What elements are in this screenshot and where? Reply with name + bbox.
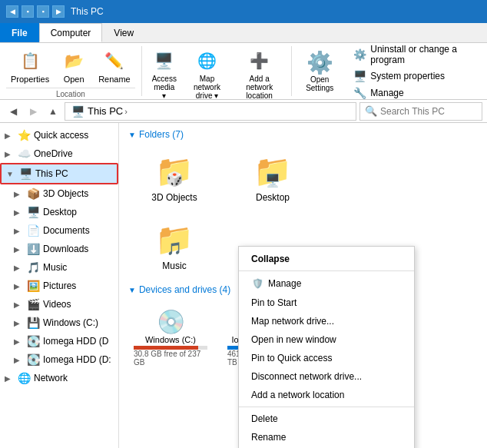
ribbon: 📋 Properties 📂 Open ✏️ Rename Location 🖥… bbox=[0, 43, 487, 100]
onedrive-label: OneDrive bbox=[34, 148, 73, 159]
settings-icon: ⚙️ bbox=[306, 50, 333, 75]
open-settings-button[interactable]: ⚙️ OpenSettings bbox=[298, 47, 341, 95]
folder-3d-objects[interactable]: 📁 🎲 3D Objects bbox=[128, 148, 220, 208]
context-menu-add-network-location[interactable]: Add a network location bbox=[239, 386, 414, 404]
uninstall-icon: ⚙️ bbox=[353, 48, 366, 61]
back-button[interactable]: ◀ bbox=[5, 103, 22, 120]
sidebar-item-onedrive[interactable]: ▶ ☁️ OneDrive bbox=[0, 144, 118, 163]
folder-desktop[interactable]: 📁 🖥️ Desktop bbox=[227, 148, 319, 208]
map-network-drive-button[interactable]: 🌐 Map networkdrive ▾ bbox=[184, 46, 230, 102]
content-area: ▼ Folders (7) 📁 🎲 3D Objects 📁 🖥️ Deskto… bbox=[119, 123, 487, 448]
context-menu-open-new-window[interactable]: Open in new window bbox=[239, 330, 414, 349]
pictures-arrow: ▶ bbox=[14, 282, 22, 290]
folder-3d-objects-label: 3D Objects bbox=[151, 192, 197, 203]
properties-icon: 📋 bbox=[18, 48, 42, 73]
up-button[interactable]: ▲ bbox=[45, 103, 61, 120]
address-path[interactable]: 🖥️ This PC › bbox=[65, 102, 356, 121]
context-menu-rename[interactable]: Rename bbox=[239, 428, 414, 446]
network-label: Network bbox=[34, 373, 68, 383]
quick-access-toolbar[interactable]: ◀ bbox=[6, 5, 18, 18]
desktop-overlay-icon: 🖥️ bbox=[265, 173, 280, 187]
device-windows-c[interactable]: 💿 Windows (C:) 30.8 GB free of 237 GB bbox=[128, 303, 213, 372]
open-button[interactable]: 📂 Open bbox=[57, 46, 91, 86]
iomega-d2-arrow: ▶ bbox=[14, 356, 22, 364]
onedrive-icon: ☁️ bbox=[17, 147, 31, 161]
context-menu-map-network-drive[interactable]: Map network drive... bbox=[239, 312, 414, 330]
windows-c-device-label: Windows (C:) bbox=[145, 335, 196, 344]
open-icon: 📂 bbox=[61, 48, 86, 73]
properties-button[interactable]: 📋 Properties bbox=[6, 46, 54, 86]
sidebar: ▶ ⭐ Quick access ▶ ☁️ OneDrive ▼ 🖥️ This… bbox=[0, 123, 119, 448]
iomega-d1-icon: 💽 bbox=[26, 334, 40, 348]
music-arrow: ▶ bbox=[14, 264, 22, 272]
sidebar-item-quick-access[interactable]: ▶ ⭐ Quick access bbox=[0, 126, 118, 144]
sidebar-item-3d-objects[interactable]: ▶ 📦 3D Objects bbox=[0, 184, 118, 203]
manage-label: Manage bbox=[370, 88, 403, 98]
map-network-label: Map networkdrive ▾ bbox=[188, 75, 226, 100]
rename-label: Rename bbox=[98, 75, 131, 84]
title-bar-icons: ◀ ▪ ▪ ▶ bbox=[6, 5, 65, 18]
sidebar-item-iomega-d2[interactable]: ▶ 💽 Iomega HDD (D: bbox=[0, 350, 118, 369]
context-menu-pin-to-start[interactable]: Pin to Start bbox=[239, 294, 414, 312]
access-media-button[interactable]: 🖥️ Accessmedia ▾ bbox=[148, 46, 181, 102]
main-area: ▶ ⭐ Quick access ▶ ☁️ OneDrive ▼ 🖥️ This… bbox=[0, 123, 487, 448]
sidebar-item-videos[interactable]: ▶ 🎬 Videos bbox=[0, 295, 118, 314]
pictures-label: Pictures bbox=[43, 280, 76, 291]
search-box[interactable]: 🔍 bbox=[359, 102, 482, 121]
sidebar-item-this-pc[interactable]: ▼ 🖥️ This PC bbox=[0, 163, 118, 184]
network-icon: 🌐 bbox=[17, 371, 31, 385]
windows-c-arrow: ▶ bbox=[14, 319, 22, 327]
desktop-icon: 🖥️ bbox=[26, 205, 40, 219]
context-manage-label: Manage bbox=[268, 278, 301, 289]
sidebar-item-documents[interactable]: ▶ 📄 Documents bbox=[0, 221, 118, 240]
context-menu-collapse[interactable]: Collapse bbox=[239, 250, 414, 268]
sidebar-item-desktop[interactable]: ▶ 🖥️ Desktop bbox=[0, 203, 118, 221]
3d-objects-label: 3D Objects bbox=[43, 188, 88, 199]
devices-header-label: Devices and drives (4) bbox=[139, 284, 230, 295]
sidebar-item-pictures[interactable]: ▶ 🖼️ Pictures bbox=[0, 277, 118, 295]
sidebar-item-iomega-d1[interactable]: ▶ 💽 Iomega HDD (D bbox=[0, 332, 118, 350]
quick-access-toolbar-3[interactable]: ▪ bbox=[37, 5, 49, 18]
pictures-icon: 🖼️ bbox=[26, 279, 40, 293]
sidebar-item-music[interactable]: ▶ 🎵 Music bbox=[0, 258, 118, 277]
context-menu-disconnect-network[interactable]: Disconnect network drive... bbox=[239, 367, 414, 386]
folder-music[interactable]: 📁 🎵 Music bbox=[128, 216, 220, 277]
sidebar-item-windows-c[interactable]: ▶ 💾 Windows (C:) bbox=[0, 314, 118, 332]
path-text: This PC bbox=[88, 105, 123, 117]
add-network-icon: ➕ bbox=[247, 48, 272, 73]
add-network-location-ribbon-button[interactable]: ➕ Add a networklocation bbox=[234, 46, 285, 102]
path-folder-icon: 🖥️ bbox=[71, 105, 84, 118]
tab-file[interactable]: File bbox=[0, 23, 39, 42]
quick-access-toolbar-2[interactable]: ▪ bbox=[22, 5, 34, 18]
forward-button[interactable]: ▶ bbox=[25, 103, 41, 120]
music-label: Music bbox=[43, 262, 67, 273]
devices-arrow[interactable]: ▼ bbox=[128, 286, 136, 294]
videos-icon: 🎬 bbox=[26, 297, 40, 311]
open-settings-label: OpenSettings bbox=[306, 75, 333, 92]
quick-access-label: Quick access bbox=[34, 130, 88, 141]
documents-icon: 📄 bbox=[26, 224, 40, 237]
search-input[interactable] bbox=[380, 106, 480, 117]
search-icon: 🔍 bbox=[365, 105, 377, 117]
properties-label: Properties bbox=[11, 75, 49, 84]
folders-arrow[interactable]: ▼ bbox=[128, 131, 136, 139]
ribbon-right-items: ⚙️ Uninstall or change a program 🖥️ Syst… bbox=[344, 42, 481, 101]
sidebar-item-network[interactable]: ▶ 🌐 Network bbox=[0, 369, 118, 387]
rename-button[interactable]: ✏️ Rename bbox=[94, 46, 135, 86]
context-menu-manage[interactable]: 🛡️ Manage bbox=[239, 274, 414, 294]
quick-access-toolbar-4[interactable]: ▶ bbox=[52, 5, 65, 18]
3d-objects-icon: 📦 bbox=[26, 187, 40, 201]
tab-view[interactable]: View bbox=[102, 23, 145, 42]
documents-arrow: ▶ bbox=[14, 227, 22, 235]
tab-computer[interactable]: Computer bbox=[39, 23, 103, 42]
context-menu-pin-quick-access[interactable]: Pin to Quick access bbox=[239, 349, 414, 367]
manage-button[interactable]: 🔧 Manage bbox=[350, 85, 475, 101]
music-icon: 🎵 bbox=[26, 261, 40, 274]
music-overlay-icon: 🎵 bbox=[167, 241, 182, 256]
system-properties-button[interactable]: 🖥️ System properties bbox=[350, 68, 475, 84]
context-separator-2 bbox=[239, 407, 414, 407]
uninstall-button[interactable]: ⚙️ Uninstall or change a program bbox=[350, 42, 475, 67]
sidebar-item-downloads[interactable]: ▶ ⬇️ Downloads bbox=[0, 240, 118, 258]
context-menu-delete[interactable]: Delete bbox=[239, 410, 414, 428]
system-properties-icon: 🖥️ bbox=[353, 70, 366, 82]
